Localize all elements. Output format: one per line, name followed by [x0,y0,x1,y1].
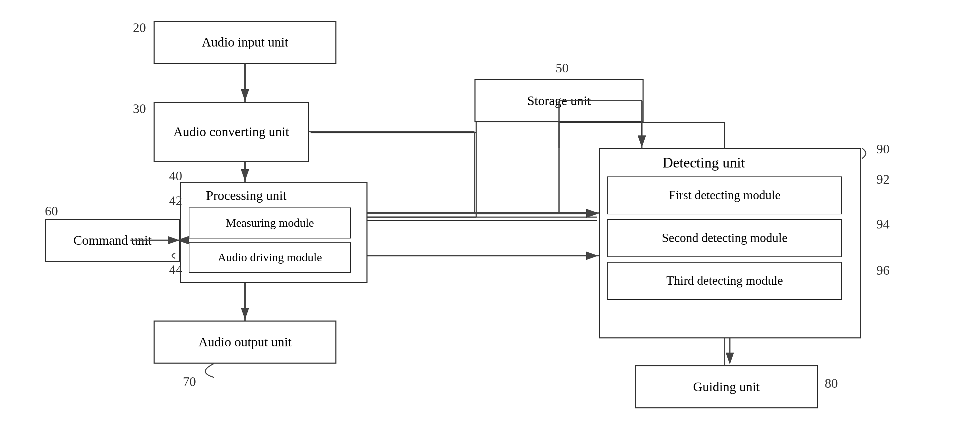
ref-70: 70 [183,374,196,389]
first-detecting-label: First detecting module [669,187,781,203]
command-box: Command unit [45,219,180,262]
audio-converting-box: Audio converting unit [154,101,309,162]
measuring-label: Measuring module [226,216,314,231]
ref-20: 20 [133,20,146,35]
processing-box: Processing unit Measuring module Audio d… [180,182,368,283]
guiding-label: Guiding unit [693,379,759,395]
storage-label: Storage unit [527,92,591,109]
second-detecting-label: Second detecting module [662,230,788,246]
audio-driving-label: Audio driving module [218,250,322,265]
ref-94: 94 [877,216,889,231]
detecting-label: Detecting unit [663,153,745,172]
audio-driving-box: Audio driving module [189,242,351,273]
storage-box: Storage unit [474,79,644,122]
audio-input-box: Audio input unit [154,21,336,64]
third-detecting-box: Third detecting module [607,262,842,300]
detecting-box: Detecting unit First detecting module Se… [599,148,861,338]
audio-output-label: Audio output unit [199,334,291,350]
ref-42: 42 [169,193,182,208]
audio-converting-label: Audio converting unit [173,124,289,140]
diagram: Audio input unit 20 Audio converting uni… [0,0,980,447]
ref-96: 96 [877,263,889,278]
ref-40: 40 [169,168,182,183]
command-label: Command unit [73,232,152,249]
second-detecting-box: Second detecting module [607,219,842,257]
ref-60: 60 [45,203,58,219]
third-detecting-label: Third detecting module [666,273,783,289]
ref-92: 92 [877,172,889,187]
ref-44: 44 [169,262,182,277]
processing-label: Processing unit [206,187,286,204]
ref-30: 30 [133,101,146,116]
measuring-box: Measuring module [189,208,351,238]
ref-50: 50 [555,60,569,76]
audio-input-label: Audio input unit [202,34,288,51]
ref-80: 80 [825,376,838,391]
audio-output-box: Audio output unit [154,320,336,364]
ref-90: 90 [877,141,889,157]
first-detecting-box: First detecting module [607,176,842,214]
guiding-box: Guiding unit [635,365,818,408]
